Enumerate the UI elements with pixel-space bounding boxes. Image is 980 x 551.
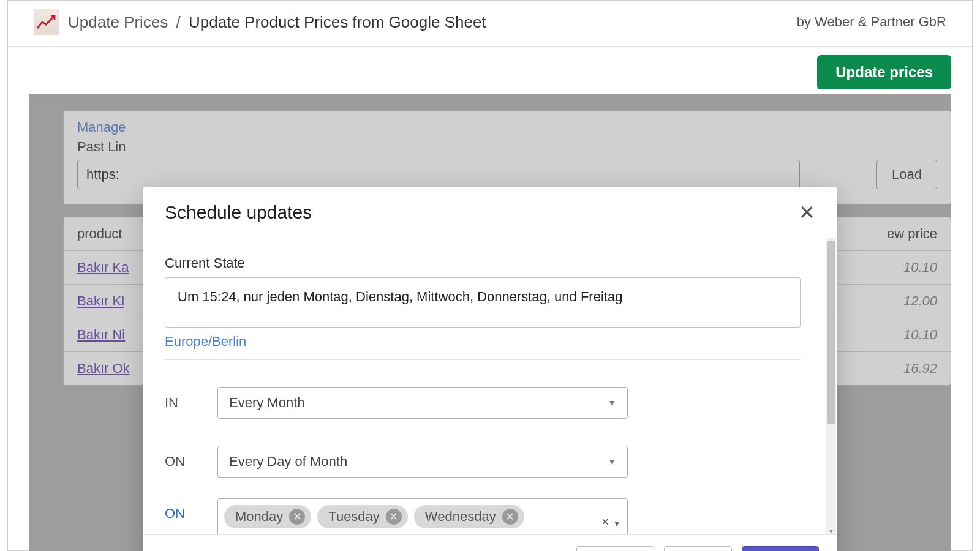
breadcrumb-current: Update Product Prices from Google Sheet — [189, 13, 486, 31]
remove-tag-icon[interactable]: ✕ — [502, 509, 518, 525]
day-of-month-select[interactable]: Every Day of Month ▼ — [217, 446, 628, 478]
month-select-value: Every Month — [229, 395, 305, 411]
month-select[interactable]: Every Month ▼ — [217, 387, 628, 419]
remove-tag-icon[interactable]: ✕ — [386, 509, 402, 525]
submit-button[interactable]: Submit — [742, 546, 819, 551]
in-label: IN — [165, 395, 217, 411]
breadcrumb-root[interactable]: Update Prices — [68, 13, 168, 31]
clear-tags-icon[interactable]: × — [601, 515, 609, 529]
topbar: Update Prices / Update Product Prices fr… — [8, 1, 972, 47]
modal-title: Schedule updates — [165, 202, 312, 223]
day-tag: Monday✕ — [224, 505, 311, 528]
byline: by Weber & Partner GbR — [797, 14, 946, 30]
breadcrumb-sep: / — [176, 13, 181, 31]
on-dom-label: ON — [165, 454, 217, 470]
clear-button[interactable]: Clear — [664, 546, 732, 551]
timezone-label: Europe/Berlin — [165, 334, 801, 350]
on-dow-label: ON — [165, 498, 217, 522]
cancel-button[interactable]: Cancel — [576, 546, 654, 551]
day-of-week-select[interactable]: Monday✕ Tuesday✕ Wednesday✕ Thursday✕ Fr… — [217, 498, 628, 534]
current-state-value: Um 15:24, nur jeden Montag, Dienstag, Mi… — [165, 277, 801, 328]
chevron-down-icon: ▼ — [608, 398, 616, 408]
current-state-label: Current State — [165, 255, 801, 271]
day-tag: Wednesday✕ — [414, 505, 524, 528]
scrollbar[interactable]: ▲ ▼ — [826, 238, 836, 534]
app-icon — [34, 9, 59, 35]
chevron-down-icon: ▼ — [612, 519, 621, 528]
day-of-month-value: Every Day of Month — [229, 454, 347, 470]
close-icon[interactable]: ✕ — [799, 201, 815, 224]
schedule-modal: Schedule updates ✕ Current State Um 15:2… — [143, 187, 837, 551]
chevron-down-icon: ▼ — [608, 457, 616, 467]
remove-tag-icon[interactable]: ✕ — [289, 509, 305, 525]
breadcrumb: Update Prices / Update Product Prices fr… — [68, 13, 486, 32]
update-prices-button[interactable]: Update prices — [817, 55, 951, 89]
day-tag: Tuesday✕ — [317, 505, 408, 528]
scrollbar-thumb[interactable] — [827, 241, 835, 424]
